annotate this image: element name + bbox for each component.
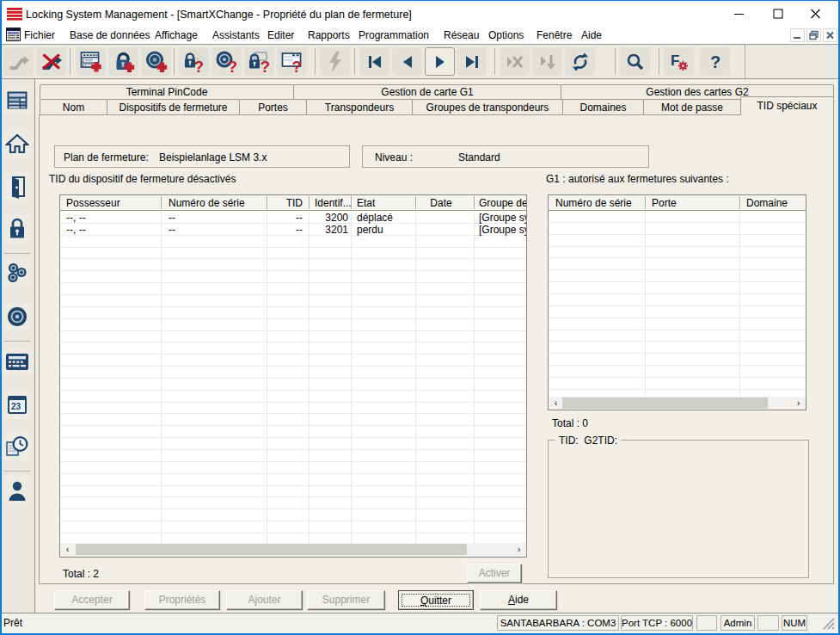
- svg-text:F: F: [671, 52, 679, 69]
- svg-text:23: 23: [11, 402, 21, 411]
- svg-text:?: ?: [291, 59, 301, 74]
- svg-text:?: ?: [193, 57, 204, 74]
- svg-text:?: ?: [260, 57, 270, 74]
- svg-text:?: ?: [227, 57, 237, 74]
- svg-text:?: ?: [710, 52, 720, 71]
